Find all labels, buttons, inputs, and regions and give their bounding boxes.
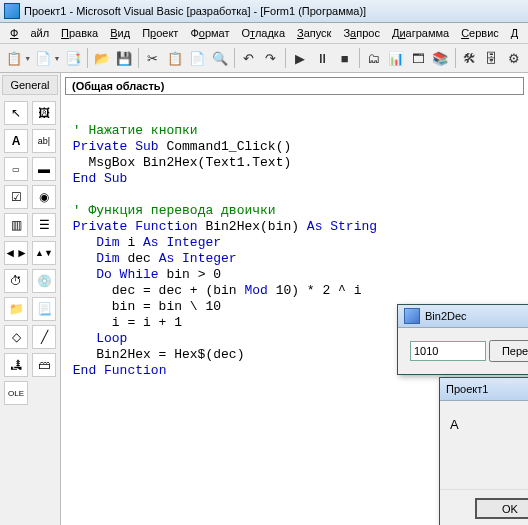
dialog-title: Bin2Dec bbox=[425, 310, 467, 322]
form-layout-button[interactable]: 🗔 bbox=[408, 46, 428, 70]
undo-button[interactable]: ↶ bbox=[239, 46, 259, 70]
menu-view[interactable]: Вид bbox=[110, 27, 130, 39]
copy-button[interactable]: 📋 bbox=[165, 46, 185, 70]
find-button[interactable]: 🔍 bbox=[210, 46, 230, 70]
menu-run[interactable]: Запуск bbox=[297, 27, 331, 39]
convert-button[interactable]: Перевод bbox=[489, 340, 528, 362]
menu-editor-button[interactable]: 📑 bbox=[62, 46, 82, 70]
frame-tool[interactable]: ▭ bbox=[4, 157, 28, 181]
optionbutton-tool[interactable]: ◉ bbox=[32, 185, 56, 209]
image-tool[interactable]: 🏞 bbox=[4, 353, 28, 377]
open-button[interactable]: 📂 bbox=[91, 46, 111, 70]
vscrollbar-tool[interactable]: ▲▼ bbox=[32, 241, 56, 265]
menu-edit[interactable]: Правка bbox=[61, 27, 98, 39]
menu-addins[interactable]: Д bbox=[511, 27, 518, 39]
menu-debug[interactable]: Отладка bbox=[242, 27, 286, 39]
data-tool[interactable]: 🗃 bbox=[32, 353, 56, 377]
run-button[interactable]: ▶ bbox=[290, 46, 310, 70]
stop-button[interactable]: ■ bbox=[334, 46, 354, 70]
properties-button[interactable]: 📊 bbox=[386, 46, 406, 70]
msgbox-text: A bbox=[440, 401, 528, 489]
menu-format[interactable]: Формат bbox=[190, 27, 229, 39]
bin-input[interactable] bbox=[410, 341, 486, 361]
menu-project[interactable]: Проект bbox=[142, 27, 178, 39]
filebox-tool[interactable]: 📃 bbox=[32, 297, 56, 321]
commandbutton-tool[interactable]: ▬ bbox=[32, 157, 56, 181]
menu-file[interactable]: Файл bbox=[10, 27, 49, 39]
menubar: Файл Правка Вид Проект Формат Отладка За… bbox=[0, 23, 528, 44]
ok-button[interactable]: OK bbox=[475, 498, 528, 519]
cut-button[interactable]: ✂ bbox=[143, 46, 163, 70]
data-view-button[interactable]: 🗄 bbox=[482, 46, 502, 70]
label-tool[interactable]: A bbox=[4, 129, 28, 153]
menu-query[interactable]: Запрос bbox=[343, 27, 379, 39]
add-project-button[interactable]: 📋 bbox=[4, 46, 24, 70]
object-browser-button[interactable]: 📚 bbox=[430, 46, 450, 70]
line-tool[interactable]: ╱ bbox=[32, 325, 56, 349]
paste-button[interactable]: 📄 bbox=[187, 46, 207, 70]
object-dropdown[interactable]: (Общая область) bbox=[65, 77, 524, 95]
redo-button[interactable]: ↷ bbox=[261, 46, 281, 70]
ole-tool[interactable]: OLE bbox=[4, 381, 28, 405]
checkbox-tool[interactable]: ☑ bbox=[4, 185, 28, 209]
pointer-tool[interactable]: ↖ bbox=[4, 101, 28, 125]
shape-tool[interactable]: ◇ bbox=[4, 325, 28, 349]
dialog-titlebar[interactable]: Проект1 ✕ bbox=[440, 378, 528, 401]
code-editor: (Общая область) ' Нажатие кнопки Private… bbox=[61, 73, 528, 525]
textbox-tool[interactable]: ab| bbox=[32, 129, 56, 153]
menu-diagram[interactable]: Диаграмма bbox=[392, 27, 449, 39]
toolbox: General ↖ 🖼 A ab| ▭ ▬ ☑ ◉ ▥ ☰ ◄► ▲▼ ⏱ 💿 … bbox=[0, 73, 61, 525]
window-title: Проект1 - Microsoft Visual Basic [разраб… bbox=[24, 5, 366, 17]
titlebar: Проект1 - Microsoft Visual Basic [разраб… bbox=[0, 0, 528, 23]
toolbar: 📋▼ 📄▼ 📑 📂 💾 ✂ 📋 📄 🔍 ↶ ↷ ▶ ⏸ ■ 🗂 📊 🗔 📚 🛠 … bbox=[0, 44, 528, 73]
picturebox-tool[interactable]: 🖼 bbox=[32, 101, 56, 125]
break-button[interactable]: ⏸ bbox=[312, 46, 332, 70]
bin2dec-dialog: Bin2Dec ✕ Перевод bbox=[397, 304, 528, 375]
dirbox-tool[interactable]: 📁 bbox=[4, 297, 28, 321]
vb-icon bbox=[4, 3, 20, 19]
hscrollbar-tool[interactable]: ◄► bbox=[4, 241, 28, 265]
toolbox-tab-general[interactable]: General bbox=[2, 75, 58, 95]
listbox-tool[interactable]: ☰ bbox=[32, 213, 56, 237]
add-form-button[interactable]: 📄 bbox=[33, 46, 53, 70]
menu-service[interactable]: Сервис bbox=[461, 27, 499, 39]
app-icon bbox=[404, 308, 420, 324]
msgbox-dialog: Проект1 ✕ A OK bbox=[439, 377, 528, 525]
toolbox-button[interactable]: 🛠 bbox=[459, 46, 479, 70]
dialog-title: Проект1 bbox=[446, 383, 488, 395]
combobox-tool[interactable]: ▥ bbox=[4, 213, 28, 237]
save-button[interactable]: 💾 bbox=[114, 46, 134, 70]
dialog-titlebar[interactable]: Bin2Dec ✕ bbox=[398, 305, 528, 328]
component-button[interactable]: ⚙ bbox=[504, 46, 524, 70]
drivebox-tool[interactable]: 💿 bbox=[32, 269, 56, 293]
timer-tool[interactable]: ⏱ bbox=[4, 269, 28, 293]
project-explorer-button[interactable]: 🗂 bbox=[364, 46, 384, 70]
